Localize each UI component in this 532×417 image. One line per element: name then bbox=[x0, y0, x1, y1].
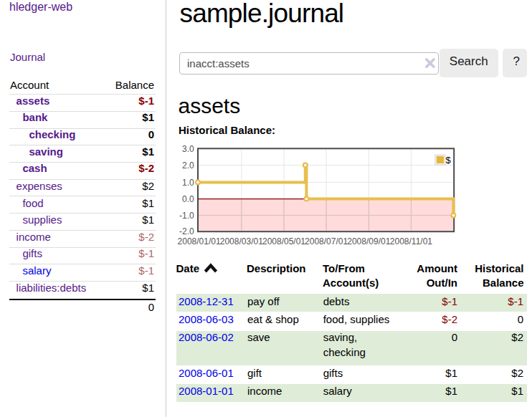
svg-text:2008/11/01: 2008/11/01 bbox=[390, 236, 432, 246]
svg-text:2008/01/01: 2008/01/01 bbox=[178, 236, 221, 246]
svg-text:3.0: 3.0 bbox=[182, 144, 194, 154]
svg-text:2008/09/01: 2008/09/01 bbox=[347, 236, 390, 246]
svg-text:2.0: 2.0 bbox=[182, 160, 194, 171]
svg-text:2008/07/01: 2008/07/01 bbox=[305, 236, 348, 246]
svg-text:2008/03/01: 2008/03/01 bbox=[220, 236, 263, 246]
svg-text:1.0: 1.0 bbox=[182, 178, 194, 188]
svg-text:$: $ bbox=[446, 155, 452, 166]
svg-text:-2.0: -2.0 bbox=[179, 226, 194, 236]
svg-text:-1.0: -1.0 bbox=[179, 211, 194, 221]
svg-text:0.0: 0.0 bbox=[182, 194, 194, 204]
svg-text:2008/05/01: 2008/05/01 bbox=[262, 236, 305, 246]
